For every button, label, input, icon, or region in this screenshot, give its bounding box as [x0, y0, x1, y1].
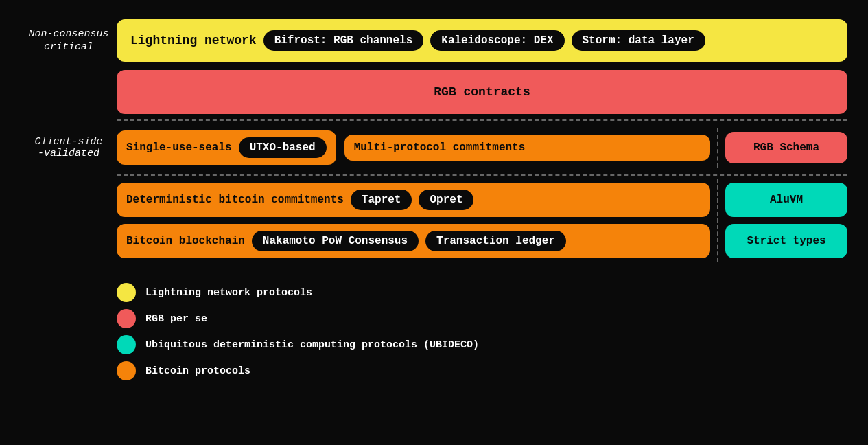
legend-text-bitcoin: Bitcoin protocols	[145, 365, 250, 377]
lightning-row: Non-consensus critical Lightning network…	[21, 14, 847, 67]
storm-pill: Storm: data layer	[572, 30, 705, 51]
legend-text-ubideco: Ubiquitous deterministic computing proto…	[145, 339, 479, 351]
nakamoto-pill: Nakamoto PoW Consensus	[252, 231, 419, 251]
tapret-pill: Tapret	[351, 190, 412, 210]
legend-dot-red	[117, 309, 136, 328]
legend-dot-orange	[117, 361, 136, 380]
strict-types-box: Strict types	[725, 224, 847, 258]
lower-main-col: Deterministic bitcoin commitments Tapret…	[117, 179, 710, 262]
rgb-schema-box: RGB Schema	[725, 132, 847, 163]
legend-text-lightning: Lightning network protocols	[145, 287, 312, 299]
dashed-separator-2	[117, 174, 847, 176]
multi-protocol-text: Multi-protocol commitments	[354, 141, 526, 154]
opret-pill: Opret	[419, 190, 473, 210]
rgb-contracts-text: RGB contracts	[122, 76, 842, 109]
bifrost-pill: Bifrost: RGB channels	[263, 30, 424, 51]
dashed-separator-1	[117, 119, 847, 121]
single-use-seals-box: Single-use-seals UTXO-based	[117, 130, 336, 165]
non-consensus-label: Non-consensus critical	[21, 14, 117, 67]
legend-dot-teal	[117, 335, 136, 354]
rgb-content: RGB contracts	[117, 70, 847, 114]
aluvm-box: AluVM	[725, 183, 847, 217]
transaction-ledger-pill: Transaction ledger	[425, 231, 566, 251]
single-use-seals-text: Single-use-seals	[126, 141, 232, 154]
main-diagram: Non-consensus critical Lightning network…	[21, 14, 847, 380]
kaleidoscope-pill: Kaleidoscope: DEX	[430, 30, 564, 51]
lower-label-spacer	[21, 179, 117, 262]
lightning-network-text: Lightning network	[130, 34, 257, 47]
multi-protocol-box: Multi-protocol commitments	[344, 135, 710, 161]
legend-dot-yellow	[117, 283, 136, 302]
legend-item-ubideco: Ubiquitous deterministic computing proto…	[117, 335, 847, 354]
rgb-label-spacer	[21, 67, 117, 117]
deterministic-text: Deterministic bitcoin commitments	[126, 194, 344, 206]
teal-side-col: AluVM Strict types	[717, 179, 847, 262]
legend: Lightning network protocols RGB per se U…	[21, 283, 847, 380]
legend-item-lightning: Lightning network protocols	[117, 283, 847, 302]
lightning-content: Lightning network Bifrost: RGB channels …	[117, 19, 847, 62]
rgb-schema-side: RGB Schema	[717, 128, 847, 168]
lower-section: Deterministic bitcoin commitments Tapret…	[21, 179, 847, 262]
rgb-row: RGB contracts	[21, 67, 847, 117]
legend-text-rgb: RGB per se	[145, 313, 207, 325]
client-content: Single-use-seals UTXO-based Multi-protoc…	[117, 128, 710, 168]
client-validated-row: Client-side -validated Single-use-seals …	[21, 128, 847, 168]
deterministic-box: Deterministic bitcoin commitments Tapret…	[117, 183, 710, 217]
bitcoin-blockchain-text: Bitcoin blockchain	[126, 235, 245, 247]
lightning-inner: Lightning network Bifrost: RGB channels …	[122, 25, 842, 56]
legend-item-rgb: RGB per se	[117, 309, 847, 328]
legend-item-bitcoin: Bitcoin protocols	[117, 361, 847, 380]
client-side-label: Client-side -validated	[21, 128, 117, 168]
utxo-pill: UTXO-based	[239, 137, 327, 158]
bitcoin-blockchain-box: Bitcoin blockchain Nakamoto PoW Consensu…	[117, 224, 710, 258]
